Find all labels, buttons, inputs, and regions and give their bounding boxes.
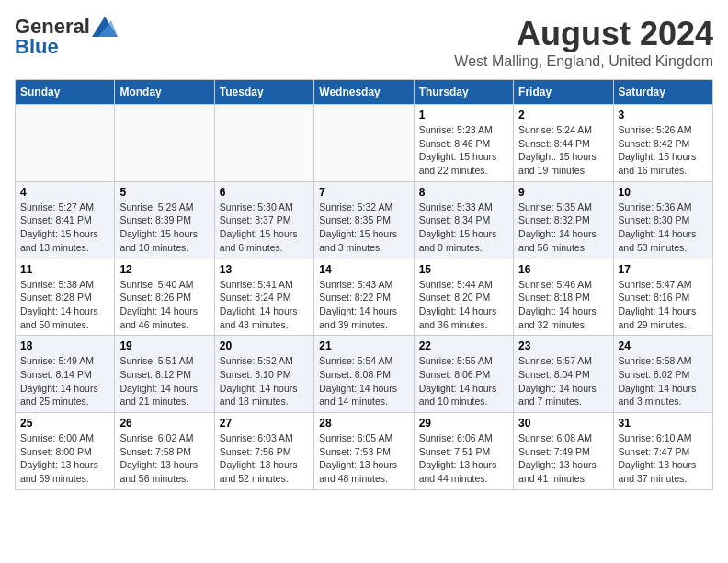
day-number: 8 bbox=[419, 186, 508, 199]
day-info: Sunrise: 5:27 AMSunset: 8:41 PMDaylight:… bbox=[20, 201, 109, 255]
day-number: 22 bbox=[419, 339, 508, 352]
calendar-day-cell: 16Sunrise: 5:46 AMSunset: 8:18 PMDayligh… bbox=[514, 259, 613, 336]
day-number: 10 bbox=[619, 186, 708, 199]
day-info: Sunrise: 6:02 AMSunset: 7:58 PMDaylight:… bbox=[119, 431, 209, 486]
day-info: Sunrise: 6:06 AMSunset: 7:51 PMDaylight:… bbox=[419, 431, 508, 486]
day-info: Sunrise: 5:40 AMSunset: 8:26 PMDaylight:… bbox=[119, 278, 209, 332]
calendar-day-cell: 30Sunrise: 6:08 AMSunset: 7:49 PMDayligh… bbox=[514, 413, 613, 490]
day-info: Sunrise: 6:10 AMSunset: 7:47 PMDaylight:… bbox=[619, 431, 708, 486]
calendar-day-header: Wednesday bbox=[314, 80, 414, 105]
day-number: 24 bbox=[619, 339, 708, 352]
calendar-day-cell: 19Sunrise: 5:51 AMSunset: 8:12 PMDayligh… bbox=[115, 336, 214, 413]
calendar-day-cell: 17Sunrise: 5:47 AMSunset: 8:16 PMDayligh… bbox=[613, 259, 712, 336]
calendar-week-row: 18Sunrise: 5:49 AMSunset: 8:14 PMDayligh… bbox=[16, 336, 713, 413]
day-number: 28 bbox=[319, 417, 408, 430]
day-info: Sunrise: 5:52 AMSunset: 8:10 PMDaylight:… bbox=[220, 354, 309, 408]
day-info: Sunrise: 5:35 AMSunset: 8:32 PMDaylight:… bbox=[518, 201, 608, 255]
calendar-week-row: 25Sunrise: 6:00 AMSunset: 8:00 PMDayligh… bbox=[16, 413, 713, 490]
calendar-day-cell: 5Sunrise: 5:29 AMSunset: 8:39 PMDaylight… bbox=[115, 181, 214, 259]
calendar-day-cell: 25Sunrise: 6:00 AMSunset: 8:00 PMDayligh… bbox=[16, 413, 115, 490]
calendar-day-cell: 4Sunrise: 5:27 AMSunset: 8:41 PMDaylight… bbox=[16, 181, 115, 259]
day-number: 19 bbox=[119, 339, 209, 352]
day-number: 13 bbox=[220, 263, 309, 276]
calendar-day-cell: 15Sunrise: 5:44 AMSunset: 8:20 PMDayligh… bbox=[414, 259, 513, 336]
calendar-day-cell: 8Sunrise: 5:33 AMSunset: 8:34 PMDaylight… bbox=[414, 181, 513, 259]
day-info: Sunrise: 5:36 AMSunset: 8:30 PMDaylight:… bbox=[619, 201, 708, 255]
calendar-day-header: Sunday bbox=[16, 80, 115, 105]
day-number: 26 bbox=[119, 417, 209, 430]
day-info: Sunrise: 5:33 AMSunset: 8:34 PMDaylight:… bbox=[419, 201, 508, 255]
logo-icon bbox=[92, 17, 118, 37]
day-info: Sunrise: 5:43 AMSunset: 8:22 PMDaylight:… bbox=[319, 278, 408, 332]
calendar-header-row: SundayMondayTuesdayWednesdayThursdayFrid… bbox=[16, 80, 713, 105]
calendar-week-row: 1Sunrise: 5:23 AMSunset: 8:46 PMDaylight… bbox=[16, 105, 713, 182]
calendar-day-cell: 24Sunrise: 5:58 AMSunset: 8:02 PMDayligh… bbox=[613, 336, 712, 413]
day-number: 11 bbox=[20, 263, 109, 276]
day-number: 14 bbox=[319, 263, 408, 276]
day-number: 1 bbox=[419, 109, 508, 121]
day-number: 27 bbox=[220, 417, 309, 430]
day-number: 20 bbox=[220, 339, 309, 352]
day-number: 9 bbox=[518, 186, 608, 199]
calendar-day-cell: 27Sunrise: 6:03 AMSunset: 7:56 PMDayligh… bbox=[214, 413, 313, 490]
calendar-week-row: 4Sunrise: 5:27 AMSunset: 8:41 PMDaylight… bbox=[16, 181, 713, 259]
day-info: Sunrise: 6:08 AMSunset: 7:49 PMDaylight:… bbox=[518, 431, 608, 486]
page-header: General Blue August 2024 West Malling, E… bbox=[15, 15, 713, 70]
day-number: 29 bbox=[419, 417, 508, 430]
day-info: Sunrise: 5:41 AMSunset: 8:24 PMDaylight:… bbox=[220, 278, 309, 332]
calendar-day-cell: 12Sunrise: 5:40 AMSunset: 8:26 PMDayligh… bbox=[115, 259, 214, 336]
calendar-day-cell: 11Sunrise: 5:38 AMSunset: 8:28 PMDayligh… bbox=[16, 259, 115, 336]
day-number: 15 bbox=[419, 263, 508, 276]
calendar-day-cell bbox=[16, 105, 115, 182]
day-number: 4 bbox=[20, 186, 109, 199]
day-number: 2 bbox=[518, 109, 608, 121]
month-year: August 2024 bbox=[454, 15, 713, 53]
calendar-day-cell: 3Sunrise: 5:26 AMSunset: 8:42 PMDaylight… bbox=[613, 105, 712, 182]
day-info: Sunrise: 5:29 AMSunset: 8:39 PMDaylight:… bbox=[119, 201, 209, 255]
calendar-day-cell: 10Sunrise: 5:36 AMSunset: 8:30 PMDayligh… bbox=[613, 181, 712, 259]
day-number: 21 bbox=[319, 339, 408, 352]
logo-blue: Blue bbox=[15, 35, 59, 59]
day-info: Sunrise: 5:49 AMSunset: 8:14 PMDaylight:… bbox=[20, 354, 109, 408]
day-info: Sunrise: 5:47 AMSunset: 8:16 PMDaylight:… bbox=[619, 278, 708, 332]
calendar-day-cell: 26Sunrise: 6:02 AMSunset: 7:58 PMDayligh… bbox=[115, 413, 214, 490]
day-number: 18 bbox=[20, 339, 109, 352]
calendar-day-cell: 1Sunrise: 5:23 AMSunset: 8:46 PMDaylight… bbox=[414, 105, 513, 182]
calendar-day-cell: 13Sunrise: 5:41 AMSunset: 8:24 PMDayligh… bbox=[214, 259, 313, 336]
calendar-table: SundayMondayTuesdayWednesdayThursdayFrid… bbox=[15, 79, 713, 490]
day-info: Sunrise: 6:03 AMSunset: 7:56 PMDaylight:… bbox=[220, 431, 309, 486]
day-number: 7 bbox=[319, 186, 408, 199]
location: West Malling, England, United Kingdom bbox=[454, 53, 713, 70]
calendar-day-cell: 22Sunrise: 5:55 AMSunset: 8:06 PMDayligh… bbox=[414, 336, 513, 413]
calendar-day-cell: 9Sunrise: 5:35 AMSunset: 8:32 PMDaylight… bbox=[514, 181, 613, 259]
calendar-day-header: Friday bbox=[514, 80, 613, 105]
day-info: Sunrise: 5:26 AMSunset: 8:42 PMDaylight:… bbox=[619, 123, 708, 178]
day-info: Sunrise: 6:00 AMSunset: 8:00 PMDaylight:… bbox=[20, 431, 109, 486]
calendar-day-cell: 6Sunrise: 5:30 AMSunset: 8:37 PMDaylight… bbox=[214, 181, 313, 259]
calendar-day-cell: 29Sunrise: 6:06 AMSunset: 7:51 PMDayligh… bbox=[414, 413, 513, 490]
day-number: 17 bbox=[619, 263, 708, 276]
calendar-day-cell: 7Sunrise: 5:32 AMSunset: 8:35 PMDaylight… bbox=[314, 181, 414, 259]
day-number: 5 bbox=[119, 186, 209, 199]
day-info: Sunrise: 5:32 AMSunset: 8:35 PMDaylight:… bbox=[319, 201, 408, 255]
calendar-day-cell: 28Sunrise: 6:05 AMSunset: 7:53 PMDayligh… bbox=[314, 413, 414, 490]
day-number: 31 bbox=[619, 417, 708, 430]
day-number: 12 bbox=[119, 263, 209, 276]
day-number: 30 bbox=[518, 417, 608, 430]
title-area: August 2024 West Malling, England, Unite… bbox=[454, 15, 713, 70]
calendar-day-cell: 31Sunrise: 6:10 AMSunset: 7:47 PMDayligh… bbox=[613, 413, 712, 490]
day-info: Sunrise: 5:24 AMSunset: 8:44 PMDaylight:… bbox=[518, 123, 608, 178]
day-info: Sunrise: 5:44 AMSunset: 8:20 PMDaylight:… bbox=[419, 278, 508, 332]
day-info: Sunrise: 5:30 AMSunset: 8:37 PMDaylight:… bbox=[220, 201, 309, 255]
day-info: Sunrise: 5:55 AMSunset: 8:06 PMDaylight:… bbox=[419, 354, 508, 408]
day-info: Sunrise: 5:23 AMSunset: 8:46 PMDaylight:… bbox=[419, 123, 508, 178]
calendar-week-row: 11Sunrise: 5:38 AMSunset: 8:28 PMDayligh… bbox=[16, 259, 713, 336]
day-number: 6 bbox=[220, 186, 309, 199]
calendar-day-cell bbox=[115, 105, 214, 182]
calendar-day-cell: 23Sunrise: 5:57 AMSunset: 8:04 PMDayligh… bbox=[514, 336, 613, 413]
day-info: Sunrise: 5:46 AMSunset: 8:18 PMDaylight:… bbox=[518, 278, 608, 332]
day-info: Sunrise: 5:51 AMSunset: 8:12 PMDaylight:… bbox=[119, 354, 209, 408]
calendar-day-cell bbox=[314, 105, 414, 182]
calendar-day-header: Saturday bbox=[613, 80, 712, 105]
calendar-day-cell: 2Sunrise: 5:24 AMSunset: 8:44 PMDaylight… bbox=[514, 105, 613, 182]
